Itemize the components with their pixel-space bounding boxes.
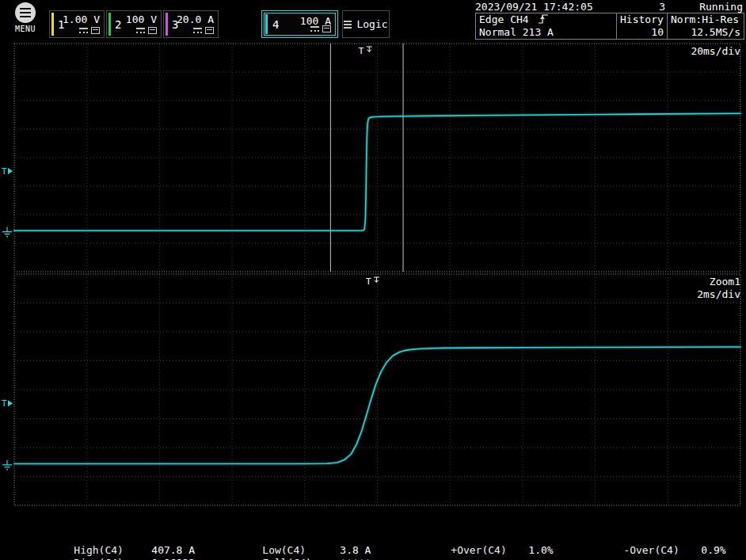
record-mode: Norm:Hi-Res xyxy=(671,13,740,26)
channel-2-scale: 100 V xyxy=(126,13,157,25)
svg-text:T: T xyxy=(359,46,364,56)
probe-icon xyxy=(148,27,157,34)
channel-1-color-bar xyxy=(51,13,54,36)
run-status: Running xyxy=(699,1,743,13)
sample-rate: 12.5MS/s xyxy=(671,26,740,39)
channel-3-color-bar xyxy=(166,13,168,36)
trigger-mode: Edge xyxy=(479,13,504,25)
channel-4-button-selected[interactable]: 4 100 A xyxy=(261,10,338,38)
channel-2-icons xyxy=(136,27,157,34)
coupling-dc-icon xyxy=(193,27,202,34)
channel-1-icons xyxy=(79,27,100,34)
logic-button[interactable]: Logic xyxy=(342,10,390,38)
channel-2-number: 2 xyxy=(115,18,121,31)
trigger-kind: Normal xyxy=(479,26,516,38)
channel-4-number: 4 xyxy=(272,18,279,31)
measurement-fall: Fall(C4)***** xyxy=(238,545,371,560)
channel-1-button[interactable]: 1 1.00 V xyxy=(49,10,105,38)
menu-icon xyxy=(15,2,36,23)
zoom-waveform-display[interactable]: TT xyxy=(0,272,746,507)
history-panel[interactable]: History 10 xyxy=(617,13,668,39)
svg-text:T: T xyxy=(2,166,7,177)
channel-2-button[interactable]: 2 100 V xyxy=(106,10,162,38)
zoom-window-label: Zoom1 xyxy=(710,276,740,288)
trigger-level: 213 A xyxy=(523,26,554,38)
main-timebase-label: 20ms/div xyxy=(691,45,740,57)
menu-button[interactable]: MENU xyxy=(10,2,41,33)
oscilloscope-screen: MENU 1 1.00 V 2 100 V 3 20.0 A 4 100 A xyxy=(0,0,746,560)
channel-3-icons xyxy=(193,27,214,34)
coupling-dc-icon xyxy=(136,27,145,34)
menu-label: MENU xyxy=(10,25,41,33)
measurement-pos-overshoot: +Over(C4)1.0% xyxy=(426,532,554,560)
trigger-settings[interactable]: Edge CH4 Normal 213 A xyxy=(476,13,617,39)
channel-4-color-bar xyxy=(265,14,268,34)
coupling-dc-icon xyxy=(79,27,88,34)
probe-icon xyxy=(322,25,331,32)
acquisition-info-panel: Edge CH4 Normal 213 A History 10 Norm:Hi… xyxy=(475,13,744,40)
history-count: 10 xyxy=(620,26,664,39)
history-label: History xyxy=(620,13,664,26)
datetime: 2023/09/21 17:42:05 xyxy=(475,1,593,13)
main-waveform-display[interactable]: TT xyxy=(0,41,746,273)
rising-edge-icon xyxy=(538,13,549,25)
coupling-dc-icon xyxy=(310,25,319,32)
channel-1-scale: 1.00 V xyxy=(63,13,100,25)
channel-3-button[interactable]: 3 20.0 A xyxy=(163,10,219,38)
record-panel[interactable]: Norm:Hi-Res 12.5MS/s xyxy=(668,13,744,39)
probe-icon xyxy=(205,27,214,34)
logic-label: Logic xyxy=(356,18,387,30)
measurement-rise: Rise(C4)0.86832ms xyxy=(49,545,207,560)
channel-4-icons xyxy=(310,25,331,32)
channel-2-color-bar xyxy=(108,13,111,36)
acquisition-count: 3 xyxy=(646,1,665,13)
channel-3-scale: 20.0 A xyxy=(177,13,214,25)
zoom-timebase-label: 2ms/div xyxy=(697,288,740,300)
probe-icon xyxy=(91,27,100,34)
measurement-neg-overshoot: -Over(C4)0.9% xyxy=(599,532,726,560)
trigger-source: CH4 xyxy=(510,13,528,25)
svg-text:T: T xyxy=(2,398,7,409)
logic-icon xyxy=(344,21,352,29)
svg-text:T: T xyxy=(366,276,371,287)
